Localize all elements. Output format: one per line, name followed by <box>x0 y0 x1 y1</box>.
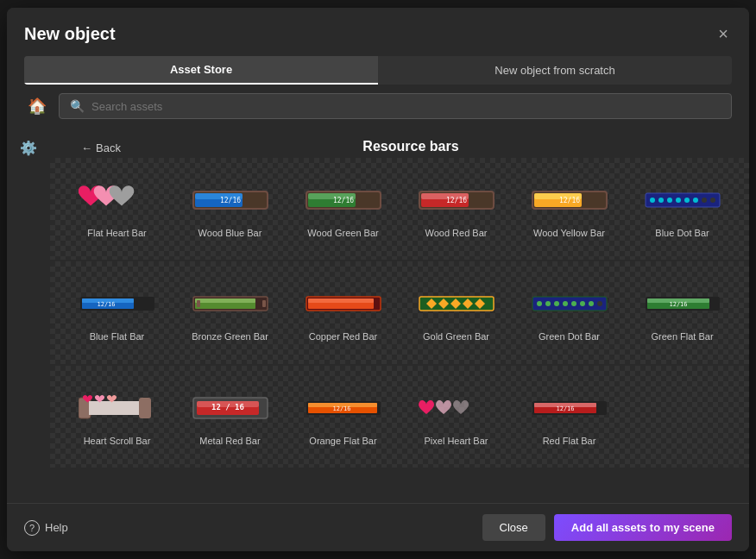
asset-preview: 12/16 <box>526 179 613 222</box>
list-item[interactable]: Bronze Green Bar <box>177 275 283 349</box>
asset-label: Wood Blue Bar <box>198 227 262 239</box>
svg-point-54 <box>545 301 551 306</box>
asset-preview <box>187 282 274 325</box>
svg-text:12/16: 12/16 <box>219 197 240 204</box>
svg-rect-68 <box>139 398 151 418</box>
asset-label: Metal Red Bar <box>199 435 260 447</box>
asset-preview <box>413 386 500 430</box>
back-arrow-icon: ← <box>81 141 92 154</box>
asset-preview: 12/16 <box>300 179 387 222</box>
asset-label: Wood Green Bar <box>307 227 378 239</box>
footer: ? Help Close Add all assets to my scene <box>7 503 749 551</box>
svg-point-59 <box>589 301 594 306</box>
modal-header: New object × <box>7 8 749 46</box>
help-label: Help <box>45 521 68 534</box>
svg-text:12/16: 12/16 <box>332 197 353 204</box>
asset-preview: 12/16 <box>300 386 387 430</box>
asset-label: Bronze Green Bar <box>192 330 268 342</box>
list-item[interactable]: 12 / 16 Metal Red Bar <box>177 380 283 454</box>
svg-point-58 <box>580 301 585 306</box>
tab-asset-store[interactable]: Asset Store <box>24 56 378 85</box>
svg-rect-43 <box>308 298 374 303</box>
tab-new-object[interactable]: New object from scratch <box>378 56 732 85</box>
list-item[interactable]: 12/16 Wood Red Bar <box>403 172 509 246</box>
list-item[interactable]: Gold Green Bar <box>403 275 509 349</box>
asset-label: Green Dot Bar <box>539 330 600 342</box>
list-item[interactable]: Green Dot Bar <box>516 275 622 349</box>
help-button[interactable]: ? Help <box>24 520 68 536</box>
svg-point-22 <box>650 198 655 203</box>
asset-label: Heart Scroll Bar <box>84 435 151 447</box>
asset-preview: 12/16 <box>526 386 613 430</box>
search-icon: 🔍 <box>70 99 85 113</box>
svg-text:12/16: 12/16 <box>558 197 579 204</box>
home-button[interactable]: 🏠 <box>24 93 50 119</box>
asset-label: Gold Green Bar <box>423 330 489 342</box>
close-modal-button[interactable]: × <box>715 22 732 46</box>
svg-text:12/16: 12/16 <box>669 301 687 308</box>
svg-point-57 <box>571 301 576 306</box>
list-item[interactable]: 12/16 Blue Flat Bar <box>64 275 170 349</box>
asset-preview: 12/16 <box>639 282 726 325</box>
asset-label: Copper Red Bar <box>309 330 378 342</box>
svg-point-25 <box>676 198 681 203</box>
list-item[interactable]: Blue Dot Bar <box>629 172 735 246</box>
svg-point-28 <box>702 198 707 203</box>
svg-rect-67 <box>89 401 141 415</box>
asset-preview <box>526 282 613 325</box>
list-item[interactable]: Flat Heart Bar <box>64 172 170 246</box>
asset-label: Green Flat Bar <box>651 330 713 342</box>
asset-preview <box>74 179 161 222</box>
asset-label: Flat Heart Bar <box>87 227 146 239</box>
svg-point-26 <box>684 198 690 203</box>
svg-point-55 <box>554 301 559 306</box>
modal-title: New object <box>24 24 116 44</box>
svg-point-29 <box>710 198 715 203</box>
svg-point-56 <box>563 301 568 306</box>
asset-preview: 12 / 16 <box>187 386 274 430</box>
asset-label: Red Flat Bar <box>543 435 596 447</box>
svg-point-27 <box>693 198 698 203</box>
left-panel: ⚙️ <box>7 128 50 503</box>
add-all-button[interactable]: Add all assets to my scene <box>554 514 732 541</box>
list-item[interactable]: 12/16 Wood Blue Bar <box>177 172 283 246</box>
search-box: 🔍 <box>59 93 732 119</box>
asset-preview <box>74 386 161 430</box>
list-item[interactable]: Heart Scroll Bar <box>64 380 170 454</box>
close-button[interactable]: Close <box>482 514 545 541</box>
svg-point-23 <box>658 198 664 203</box>
svg-text:12/16: 12/16 <box>332 405 350 412</box>
toolbar: 🏠 🔍 <box>7 85 749 128</box>
search-input[interactable] <box>91 100 721 113</box>
asset-preview: 12/16 <box>187 179 274 222</box>
asset-grid-1: Flat Heart Bar 12/16 <box>64 172 735 246</box>
asset-label: Wood Yellow Bar <box>533 227 605 239</box>
svg-text:12/16: 12/16 <box>556 405 574 412</box>
asset-label: Pixel Heart Bar <box>425 435 488 447</box>
list-item[interactable]: 12/16 Red Flat Bar <box>516 380 622 454</box>
asset-preview: 12/16 <box>413 179 500 222</box>
asset-preview: 12/16 <box>74 282 161 325</box>
list-item[interactable]: 12/16 Green Flat Bar <box>629 275 735 349</box>
asset-preview <box>639 179 726 222</box>
list-item[interactable]: 12/16 Wood Yellow Bar <box>516 172 622 246</box>
back-button[interactable]: ← Back <box>64 135 138 158</box>
list-item[interactable]: 12/16 Wood Green Bar <box>290 172 396 246</box>
content-area: ⚙️ ← Back Resource bars <box>7 128 749 503</box>
asset-preview <box>300 282 387 325</box>
list-item[interactable]: 12/16 Orange Flat Bar <box>290 380 396 454</box>
asset-label: Blue Flat Bar <box>90 330 145 342</box>
asset-label: Orange Flat Bar <box>309 435 376 447</box>
asset-grid-3: Heart Scroll Bar 12 / 16 <box>64 380 735 454</box>
svg-text:12/16: 12/16 <box>445 197 466 204</box>
svg-text:12/16: 12/16 <box>97 301 115 308</box>
help-icon: ? <box>24 520 40 536</box>
main-content: ← Back Resource bars <box>50 128 749 503</box>
asset-grid-2: 12/16 Blue Flat Bar <box>64 275 735 349</box>
grid-section-3: Heart Scroll Bar 12 / 16 <box>50 366 749 468</box>
list-item[interactable]: Pixel Heart Bar <box>403 380 509 454</box>
list-item[interactable]: Copper Red Bar <box>290 275 396 349</box>
svg-rect-38 <box>197 300 200 307</box>
filter-button[interactable]: ⚙️ <box>15 135 42 161</box>
grid-section-2: 12/16 Blue Flat Bar <box>50 261 749 363</box>
